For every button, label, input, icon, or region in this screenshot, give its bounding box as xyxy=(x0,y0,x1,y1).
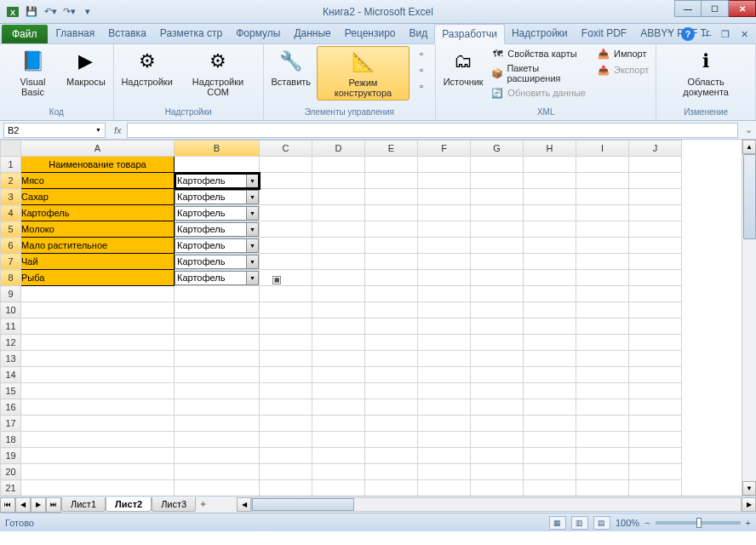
cell-G5[interactable] xyxy=(471,221,524,238)
file-tab[interactable]: Файл xyxy=(2,25,48,43)
cell-D12[interactable] xyxy=(312,335,365,351)
macros-button[interactable]: ▶Макросы xyxy=(64,46,108,89)
source-button[interactable]: 🗂Источник xyxy=(441,46,485,89)
cell-J14[interactable] xyxy=(629,367,682,383)
cell-G18[interactable] xyxy=(471,432,524,448)
cell-B13[interactable] xyxy=(175,351,260,367)
cell-J3[interactable] xyxy=(629,189,682,205)
cell-A10[interactable] xyxy=(21,302,175,318)
row-header-18[interactable]: 18 xyxy=(1,432,21,448)
cell-D11[interactable] xyxy=(312,318,365,335)
cell-G13[interactable] xyxy=(471,351,524,367)
row-header-11[interactable]: 11 xyxy=(1,318,21,335)
cell-J12[interactable] xyxy=(629,335,682,351)
cell-F5[interactable] xyxy=(418,221,471,238)
cell-J20[interactable] xyxy=(629,464,682,480)
cell-D19[interactable] xyxy=(312,448,365,464)
zoom-slider[interactable] xyxy=(656,521,741,525)
combobox-dropdown-icon[interactable]: ▼ xyxy=(246,255,258,268)
redo-icon[interactable]: ↷▾ xyxy=(61,4,77,20)
cell-J11[interactable] xyxy=(629,318,682,335)
cell-H16[interactable] xyxy=(524,399,576,416)
cell-H9[interactable] xyxy=(524,286,576,302)
cell-F20[interactable] xyxy=(418,464,471,480)
cell-A16[interactable] xyxy=(21,399,175,416)
new-sheet-icon[interactable]: ✦ xyxy=(196,497,211,512)
col-header-D[interactable]: D xyxy=(312,141,365,157)
combobox-dropdown-icon[interactable]: ▼ xyxy=(246,223,258,236)
export-button[interactable]: 📤Экспорт xyxy=(595,62,650,77)
combobox-dropdown-icon[interactable]: ▼ xyxy=(246,239,258,252)
row-header-9[interactable]: 9 xyxy=(1,286,21,302)
cell-H8[interactable] xyxy=(524,270,576,286)
select-all-corner[interactable] xyxy=(1,141,21,157)
cell-B14[interactable] xyxy=(175,367,260,383)
scroll-thumb-v[interactable] xyxy=(743,154,756,239)
sheet-nav-first-icon[interactable]: ⏮ xyxy=(0,497,15,513)
row-header-19[interactable]: 19 xyxy=(1,448,21,464)
cell-G8[interactable] xyxy=(471,270,524,286)
ribbon-tab-3[interactable]: Формулы xyxy=(229,24,287,43)
cell-D1[interactable] xyxy=(312,157,365,173)
cell-I18[interactable] xyxy=(576,432,629,448)
cell-J10[interactable] xyxy=(629,302,682,318)
cell-H10[interactable] xyxy=(524,302,576,318)
ribbon-tab-7[interactable]: Разработчи xyxy=(434,24,505,44)
col-header-I[interactable]: I xyxy=(576,141,629,157)
cell-D5[interactable] xyxy=(312,221,365,238)
cell-D6[interactable] xyxy=(312,238,365,254)
cell-C6[interactable] xyxy=(260,238,312,254)
combobox-dropdown-icon[interactable]: ▼ xyxy=(246,207,258,220)
cell-J15[interactable] xyxy=(629,383,682,399)
cell-C12[interactable] xyxy=(260,335,312,351)
cell-C4[interactable] xyxy=(260,205,312,221)
cell-G21[interactable] xyxy=(471,480,524,496)
cell-F12[interactable] xyxy=(418,335,471,351)
combobox-dropdown-icon[interactable]: ▼ xyxy=(246,175,258,187)
cell-J6[interactable] xyxy=(629,238,682,254)
col-header-E[interactable]: E xyxy=(365,141,418,157)
cell-I19[interactable] xyxy=(576,448,629,464)
autofill-options-icon[interactable]: ▦ xyxy=(272,276,281,284)
col-header-F[interactable]: F xyxy=(418,141,471,157)
view-normal-icon[interactable]: ▦ xyxy=(549,516,566,530)
cell-B17[interactable] xyxy=(175,416,260,432)
cell-J1[interactable] xyxy=(629,157,682,173)
refresh-data-button[interactable]: 🔄Обновить данные xyxy=(489,85,592,100)
sheet-nav-prev-icon[interactable]: ◀ xyxy=(15,497,31,513)
zoom-out-icon[interactable]: − xyxy=(644,518,650,528)
cell-E14[interactable] xyxy=(365,367,418,383)
cell-B19[interactable] xyxy=(175,448,260,464)
col-header-H[interactable]: H xyxy=(524,141,576,157)
cell-C2[interactable] xyxy=(260,173,312,189)
cell-F17[interactable] xyxy=(418,416,471,432)
cell-I1[interactable] xyxy=(576,157,629,173)
formula-expand-icon[interactable]: ⌄ xyxy=(742,124,756,135)
cell-F1[interactable] xyxy=(418,157,471,173)
cell-C16[interactable] xyxy=(260,399,312,416)
cell-A1[interactable]: Наименование товара xyxy=(21,157,175,173)
col-header-B[interactable]: B xyxy=(175,141,260,157)
scroll-left-icon[interactable]: ◀ xyxy=(237,497,251,512)
cell-B16[interactable] xyxy=(175,399,260,416)
cell-A15[interactable] xyxy=(21,383,175,399)
cell-H4[interactable] xyxy=(524,205,576,221)
cell-F15[interactable] xyxy=(418,383,471,399)
cell-C1[interactable] xyxy=(260,157,312,173)
col-header-A[interactable]: A xyxy=(21,141,175,157)
cell-B21[interactable] xyxy=(175,480,260,496)
cell-H11[interactable] xyxy=(524,318,576,335)
cell-D17[interactable] xyxy=(312,416,365,432)
cell-G2[interactable] xyxy=(471,173,524,189)
cell-H6[interactable] xyxy=(524,238,576,254)
ribbon-tab-1[interactable]: Вставка xyxy=(101,24,153,43)
cell-G3[interactable] xyxy=(471,189,524,205)
view-pagebreak-icon[interactable]: ▤ xyxy=(593,516,610,530)
cell-A5[interactable]: Молоко xyxy=(21,221,175,238)
combobox-dropdown-icon[interactable]: ▼ xyxy=(246,272,258,284)
cell-A19[interactable] xyxy=(21,448,175,464)
combobox-2[interactable]: Картофель▼ xyxy=(175,174,259,188)
cell-I16[interactable] xyxy=(576,399,629,416)
name-box-dropdown-icon[interactable]: ▼ xyxy=(95,127,101,133)
cell-E2[interactable] xyxy=(365,173,418,189)
